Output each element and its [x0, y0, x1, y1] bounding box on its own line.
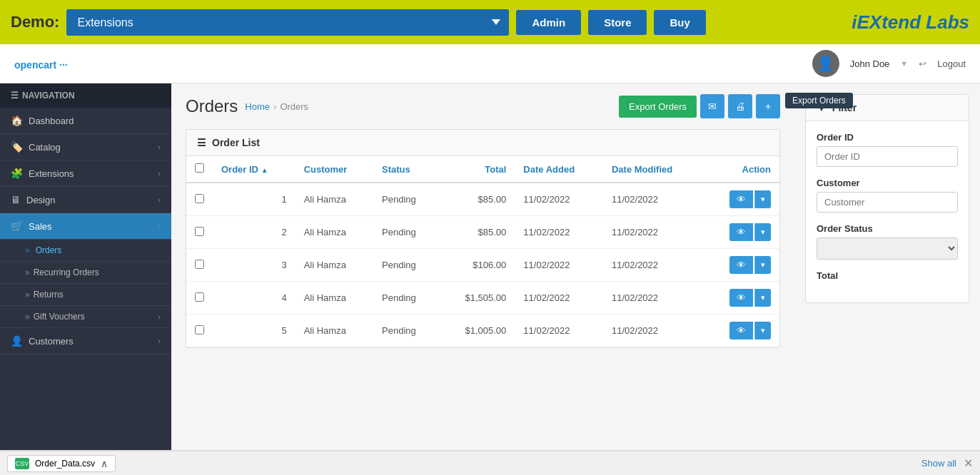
email-button[interactable]: ✉ — [700, 94, 724, 118]
status-cell: Pending — [373, 183, 440, 216]
extensions-select[interactable]: Extensions — [66, 9, 509, 36]
filter-customer-group: Customer — [817, 178, 958, 213]
row-checkbox[interactable] — [195, 227, 204, 236]
filter-order-id-input[interactable] — [817, 146, 958, 167]
dashboard-icon: 🏠 — [11, 115, 23, 126]
date-added-cell: 11/02/2022 — [515, 216, 603, 249]
filter-area: ▼ Filter Order ID Customer Order Status — [794, 83, 980, 450]
order-id-cell: 2 — [213, 216, 295, 249]
sales-arrow: › — [158, 222, 161, 230]
store-button[interactable]: Store — [588, 10, 647, 35]
sidebar-item-gift-vouchers[interactable]: » Gift Vouchers › — [0, 306, 171, 328]
order-id-cell: 5 — [213, 315, 295, 347]
sidebar-item-design[interactable]: 🖥 Design › — [0, 187, 171, 213]
hamburger-icon: ☰ — [11, 91, 19, 101]
filter-customer-label: Customer — [817, 178, 958, 188]
buy-button[interactable]: Buy — [654, 10, 705, 35]
order-id-header[interactable]: Order ID ▲ — [213, 156, 295, 183]
select-all-checkbox[interactable] — [195, 163, 204, 173]
dropdown-icon: ▼ — [900, 59, 908, 68]
action-dropdown-button[interactable]: ▾ — [754, 289, 771, 307]
total-header[interactable]: Total — [440, 156, 515, 183]
date-modified-cell: 11/02/2022 — [603, 315, 704, 347]
nav-header: ☰ NAVIGATION — [0, 83, 171, 108]
sidebar: ☰ NAVIGATION 🏠 Dashboard 🏷️ Catalog › 🧩 … — [0, 83, 171, 450]
export-orders-button[interactable]: Export Orders — [619, 96, 697, 118]
status-cell: Pending — [373, 315, 440, 347]
print-button[interactable]: 🖨 — [728, 94, 752, 118]
action-header: Action — [704, 156, 779, 183]
sidebar-item-dashboard[interactable]: 🏠 Dashboard — [0, 108, 171, 134]
header-right: 👤 John Doe ▼ ↩ Logout — [812, 50, 966, 77]
customer-cell: Ali Hamza — [295, 216, 373, 249]
date-modified-cell: 11/02/2022 — [603, 183, 704, 216]
table-row: 1 Ali Hamza Pending $85.00 11/02/2022 11… — [186, 183, 779, 216]
show-all-link[interactable]: Show all — [921, 458, 956, 469]
download-filename: Order_Data.csv — [35, 459, 95, 469]
catalog-icon: 🏷️ — [11, 141, 23, 153]
row-checkbox[interactable] — [195, 260, 204, 269]
filter-total-label: Total — [817, 270, 958, 281]
order-id-cell: 1 — [213, 183, 295, 216]
order-id-cell: 3 — [213, 249, 295, 282]
customer-cell: Ali Hamza — [295, 315, 373, 347]
view-button[interactable]: 👁 — [729, 322, 753, 339]
view-button[interactable]: 👁 — [729, 223, 753, 241]
export-tooltip: Export Orders — [785, 93, 853, 108]
row-checkbox[interactable] — [195, 325, 204, 334]
action-dropdown-button[interactable]: ▾ — [754, 322, 771, 339]
table-row: 3 Ali Hamza Pending $106.00 11/02/2022 1… — [186, 249, 779, 282]
catalog-arrow: › — [158, 143, 161, 151]
date-modified-header[interactable]: Date Modified — [603, 156, 704, 183]
total-cell: $106.00 — [440, 249, 515, 282]
view-button[interactable]: 👁 — [729, 256, 753, 274]
date-added-cell: 11/02/2022 — [515, 249, 603, 282]
status-cell: Pending — [373, 249, 440, 282]
design-arrow: › — [158, 195, 161, 204]
action-dropdown-button[interactable]: ▾ — [754, 256, 771, 274]
view-button[interactable]: 👁 — [729, 190, 753, 208]
breadcrumb-separator: › — [273, 101, 276, 112]
iextend-logo: iEXtend Labs — [852, 11, 969, 34]
filter-order-id-label: Order ID — [817, 132, 958, 143]
sidebar-item-sales[interactable]: 🛒 Sales › — [0, 213, 171, 240]
row-checkbox[interactable] — [195, 194, 204, 203]
sidebar-item-orders[interactable]: Orders — [0, 240, 171, 262]
download-chevron-icon[interactable]: ∧ — [101, 458, 108, 469]
content-area: Orders Home › Orders Export Orders ✉ 🖨 +… — [171, 83, 794, 450]
customer-cell: Ali Hamza — [295, 183, 373, 216]
sidebar-item-returns[interactable]: » Returns — [0, 284, 171, 306]
sidebar-item-recurring-orders[interactable]: » Recurring Orders — [0, 262, 171, 284]
action-dropdown-button[interactable]: ▾ — [754, 190, 771, 208]
total-cell: $85.00 — [440, 183, 515, 216]
row-checkbox[interactable] — [195, 292, 204, 302]
date-added-header[interactable]: Date Added — [515, 156, 603, 183]
add-button[interactable]: + — [756, 94, 780, 118]
admin-button[interactable]: Admin — [516, 10, 581, 35]
table-row: 5 Ali Hamza Pending $1,005.00 11/02/2022… — [186, 315, 779, 347]
filter-order-status-select[interactable] — [817, 238, 958, 260]
user-name[interactable]: John Doe — [850, 58, 890, 69]
customer-header[interactable]: Customer — [295, 156, 373, 183]
sidebar-item-customers[interactable]: 👤 Customers › — [0, 328, 171, 354]
demo-label: Demo: — [11, 13, 59, 31]
close-download-button[interactable]: ✕ — [964, 456, 973, 470]
logo-text: opencart — [14, 59, 56, 71]
main-layout: ☰ NAVIGATION 🏠 Dashboard 🏷️ Catalog › 🧩 … — [0, 83, 980, 450]
filter-customer-input[interactable] — [817, 192, 958, 213]
total-cell: $1,005.00 — [440, 315, 515, 347]
gift-vouchers-arrow: › — [158, 312, 161, 321]
breadcrumb-home[interactable]: Home — [245, 101, 270, 112]
extensions-icon: 🧩 — [11, 168, 23, 179]
sidebar-item-extensions[interactable]: 🧩 Extensions › — [0, 160, 171, 187]
date-modified-cell: 11/02/2022 — [603, 282, 704, 315]
sidebar-item-catalog[interactable]: 🏷️ Catalog › — [0, 134, 171, 160]
avatar: 👤 — [812, 50, 839, 77]
view-button[interactable]: 👁 — [729, 289, 753, 307]
date-modified-cell: 11/02/2022 — [603, 216, 704, 249]
action-dropdown-button[interactable]: ▾ — [754, 223, 771, 241]
logout-link[interactable]: Logout — [937, 58, 966, 69]
status-header[interactable]: Status — [373, 156, 440, 183]
filter-total-group: Total — [817, 270, 958, 281]
table-row: 4 Ali Hamza Pending $1,505.00 11/02/2022… — [186, 282, 779, 315]
